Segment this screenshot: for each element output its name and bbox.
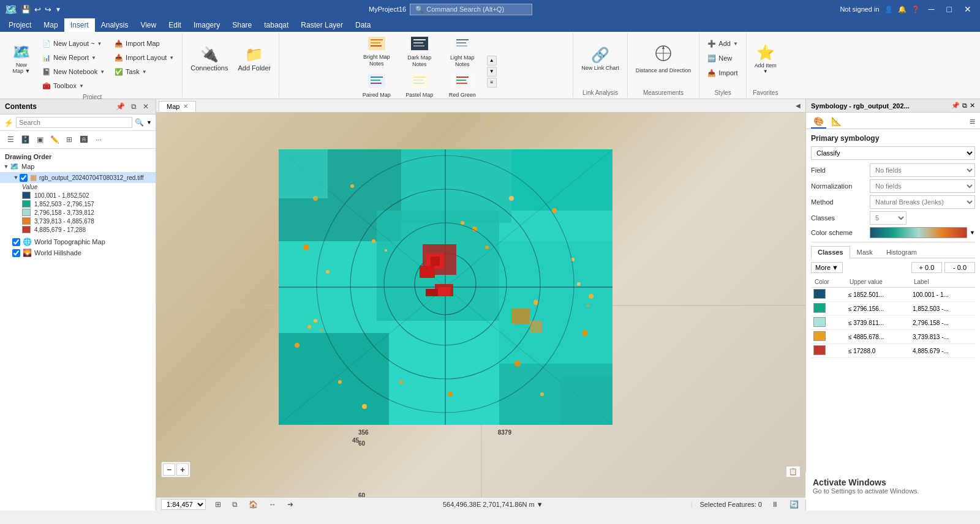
connections-button[interactable]: 🔌 Connections [186,34,232,83]
command-search-box[interactable]: 🔍 Command Search (Alt+Q) [410,4,532,15]
import-style-button[interactable]: 📥 Import [703,66,742,80]
scroll-more-button[interactable]: ≡ [487,78,497,88]
menu-edit[interactable]: Edit [162,18,187,32]
import-layout-button[interactable]: 📥 Import Layout ▼ [110,51,178,64]
sym-minus-button[interactable]: - 0.0 [944,262,975,273]
sym-row-color-2[interactable] [811,316,846,330]
help-icon[interactable]: ❓ [911,6,920,13]
pause-button[interactable]: ⏸ [769,500,780,509]
search-dropdown-icon[interactable]: ▼ [146,119,152,125]
color-scheme-arrow[interactable]: ▼ [970,230,975,236]
list-by-editing-button[interactable]: ✏️ [48,133,61,146]
add-folder-button[interactable]: 📁 Add Folder [233,34,275,83]
distance-direction-button[interactable]: Distance and Direction [631,34,696,83]
menu-data[interactable]: Data [349,18,377,32]
maximize-button[interactable]: □ [943,3,956,15]
explore-button[interactable]: ➜ [285,500,295,509]
bright-map-notes-button[interactable]: Bright Map Notes [356,34,398,70]
fixed-zoom-button[interactable]: ⧉ [230,500,239,509]
sym-classes-select[interactable]: 5 [870,211,907,225]
notification-icon[interactable]: 🔔 [898,6,907,13]
menu-share[interactable]: Share [226,18,258,32]
sym-menu-button[interactable]: ≡ [970,115,975,129]
sym-subtab-classes[interactable]: Classes [811,246,850,258]
sym-method-select[interactable]: Natural Breaks (Jenks) [870,195,975,209]
zoom-to-extent-button[interactable]: ⊞ [213,500,223,509]
rotate-button[interactable]: ↔ [267,500,278,509]
refresh-button[interactable]: 🔄 [788,500,801,509]
map-tab[interactable]: Map ✕ [159,101,196,112]
zoom-out-button[interactable]: − [163,463,175,476]
new-layout-button[interactable]: 📄 New Layout ~ ▼ [38,37,109,50]
dark-map-notes-button[interactable]: Dark Map Notes [399,34,440,70]
add-style-button[interactable]: ➕ Add ▼ [703,37,742,50]
search-icon-btn[interactable]: 🔍 [135,118,144,127]
sym-color-scheme[interactable]: ▼ [870,227,975,238]
new-report-button[interactable]: 📊 New Report ▼ [38,51,109,64]
sym-normalization-select[interactable]: No fields [870,179,975,193]
more-options-button[interactable]: ··· [92,133,105,146]
new-notebook-button[interactable]: 📓 New Notebook ▼ [38,65,109,78]
menu-map[interactable]: Map [37,18,64,32]
map-viewport[interactable]: 60 60 60 60 356 356 8379 8379 8379 8379 … [156,113,805,497]
list-by-drawing-order-button[interactable]: ☰ [4,133,17,146]
dropdown-arrow-icon[interactable]: ▼ [55,6,61,13]
new-link-chart-button[interactable]: 🔗 New Link Chart [577,34,624,83]
coordinates-dropdown[interactable]: ▼ [537,501,543,508]
world-topo-checkbox[interactable] [12,238,20,246]
menu-tabaqat[interactable]: tabaqat [258,18,295,32]
map-container[interactable]: 60 60 60 60 356 356 8379 8379 8379 8379 … [156,113,805,497]
raster-checkbox[interactable] [20,174,28,182]
contents-pin-icon[interactable]: 📌 [114,102,127,111]
menu-insert[interactable]: Insert [64,18,95,32]
sym-color-swatch-1[interactable] [813,303,826,313]
import-map-button[interactable]: 📥 Import Map [110,37,178,50]
scale-selector[interactable]: 1:84,457 [161,499,206,510]
menu-view[interactable]: View [134,18,162,32]
redo-icon[interactable]: ↪ [45,5,51,14]
menu-imagery[interactable]: Imagery [187,18,226,32]
map-tab-close[interactable]: ✕ [183,103,188,110]
sym-float-icon[interactable]: ⧉ [962,102,967,110]
sym-row-color-1[interactable] [811,302,846,316]
contents-search-input[interactable] [16,117,132,128]
sym-row-color-0[interactable] [811,288,846,302]
add-item-button[interactable]: ⭐ Add Item ▼ [750,34,781,83]
sym-color-swatch-3[interactable] [813,331,826,341]
undo-icon[interactable]: ↩ [34,5,41,14]
tree-item-map[interactable]: ▼ 🗺️ Map [0,161,156,172]
sym-subtab-histogram[interactable]: Histogram [880,246,924,258]
menu-analysis[interactable]: Analysis [95,18,135,32]
list-by-data-source-button[interactable]: 🗄️ [18,133,32,146]
sym-color-swatch-2[interactable] [813,317,826,327]
sym-field-select[interactable]: No fields [870,163,975,177]
new-style-button[interactable]: 🆕 New [703,51,736,65]
menu-raster-layer[interactable]: Raster Layer [295,18,349,32]
sym-plus-button[interactable]: + 0.0 [911,262,942,273]
sym-tab-secondary[interactable]: 📐 [829,115,844,129]
list-by-labeling-button[interactable]: 🅰 [77,133,91,146]
task-button[interactable]: ✅ Task ▼ [110,65,178,78]
sym-color-swatch-0[interactable] [813,289,826,299]
sym-pin-icon[interactable]: 📌 [951,102,960,110]
sym-close-icon[interactable]: ✕ [970,102,975,110]
light-map-notes-button[interactable]: Light Map Notes [442,34,483,70]
color-band[interactable] [870,227,967,238]
sym-subtab-mask[interactable]: Mask [850,246,880,258]
list-by-snapping-button[interactable]: ⊞ [62,133,76,146]
zoom-in-button[interactable]: + [176,463,189,476]
save-icon[interactable]: 💾 [21,5,31,14]
close-button[interactable]: ✕ [960,3,975,15]
map-collapse-button[interactable]: ◀ [793,101,803,110]
world-hillshade-checkbox[interactable] [12,249,20,257]
sym-row-color-3[interactable] [811,330,846,344]
tree-item-world-topo[interactable]: 🌐 World Topographic Map [0,236,156,247]
sym-more-button[interactable]: More ▼ [811,262,843,273]
scroll-up-button[interactable]: ▲ [487,56,497,66]
sym-color-swatch-4[interactable] [813,345,826,355]
sym-classify-select[interactable]: Classify [811,146,975,160]
sym-tab-primary[interactable]: 🎨 [811,115,826,129]
minimize-button[interactable]: ─ [925,3,938,15]
raster-expander[interactable]: ▼ [12,174,20,181]
tree-item-world-hillshade[interactable]: 🌄 World Hillshade [0,247,156,258]
